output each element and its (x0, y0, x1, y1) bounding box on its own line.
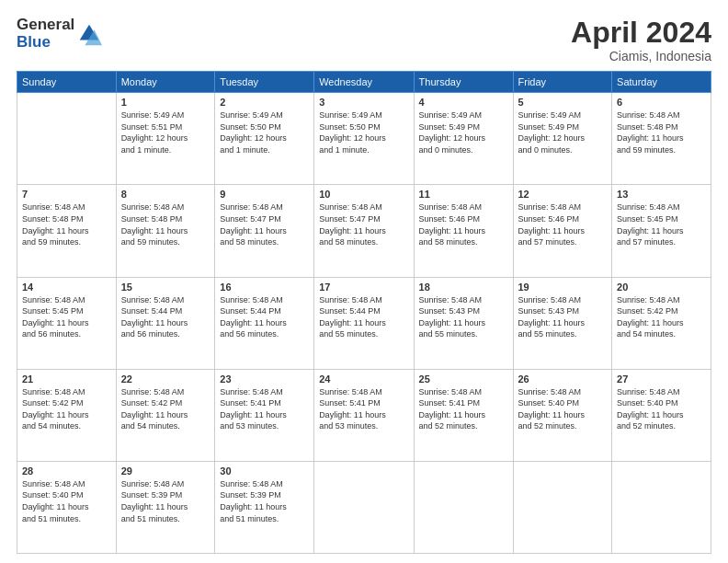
table-row (612, 461, 711, 553)
day-number: 29 (121, 465, 210, 477)
table-row (314, 461, 414, 553)
day-info: Sunrise: 5:48 AMSunset: 5:46 PMDaylight:… (419, 201, 508, 247)
day-number: 15 (121, 282, 210, 293)
day-info: Sunrise: 5:48 AMSunset: 5:41 PMDaylight:… (319, 386, 408, 432)
table-row: 30Sunrise: 5:48 AMSunset: 5:39 PMDayligh… (215, 461, 314, 553)
day-number: 11 (419, 189, 508, 200)
day-info: Sunrise: 5:48 AMSunset: 5:39 PMDaylight:… (220, 478, 309, 524)
table-row: 13Sunrise: 5:48 AMSunset: 5:45 PMDayligh… (612, 185, 711, 277)
day-info: Sunrise: 5:48 AMSunset: 5:47 PMDaylight:… (319, 201, 408, 247)
table-row: 16Sunrise: 5:48 AMSunset: 5:44 PMDayligh… (215, 277, 314, 369)
calendar-table: Sunday Monday Tuesday Wednesday Thursday… (17, 71, 711, 554)
col-saturday: Saturday (612, 72, 711, 93)
table-row: 5Sunrise: 5:49 AMSunset: 5:49 PMDaylight… (513, 93, 612, 185)
table-row: 20Sunrise: 5:48 AMSunset: 5:42 PMDayligh… (612, 277, 711, 369)
day-info: Sunrise: 5:48 AMSunset: 5:44 PMDaylight:… (319, 294, 408, 340)
day-number: 7 (22, 189, 111, 200)
logo-general: General (17, 17, 74, 34)
title-section: April 2024 Ciamis, Indonesia (571, 17, 711, 63)
day-info: Sunrise: 5:48 AMSunset: 5:41 PMDaylight:… (220, 386, 309, 432)
table-row: 18Sunrise: 5:48 AMSunset: 5:43 PMDayligh… (414, 277, 513, 369)
day-number: 28 (22, 465, 111, 477)
day-number: 23 (220, 373, 309, 385)
table-row (414, 461, 513, 553)
day-number: 18 (419, 282, 508, 293)
table-row: 1Sunrise: 5:49 AMSunset: 5:51 PMDaylight… (116, 93, 215, 185)
day-info: Sunrise: 5:48 AMSunset: 5:42 PMDaylight:… (22, 386, 111, 432)
day-number: 14 (22, 282, 111, 293)
col-tuesday: Tuesday (215, 72, 314, 93)
day-info: Sunrise: 5:48 AMSunset: 5:48 PMDaylight:… (121, 201, 210, 247)
table-row: 21Sunrise: 5:48 AMSunset: 5:42 PMDayligh… (17, 369, 117, 461)
day-info: Sunrise: 5:48 AMSunset: 5:40 PMDaylight:… (22, 478, 111, 524)
day-number: 27 (617, 373, 706, 385)
day-info: Sunrise: 5:48 AMSunset: 5:42 PMDaylight:… (121, 386, 210, 432)
day-info: Sunrise: 5:48 AMSunset: 5:41 PMDaylight:… (419, 386, 508, 432)
day-number: 12 (518, 189, 608, 200)
table-row: 27Sunrise: 5:48 AMSunset: 5:40 PMDayligh… (612, 369, 711, 461)
day-info: Sunrise: 5:48 AMSunset: 5:46 PMDaylight:… (518, 201, 608, 247)
day-number: 24 (319, 373, 408, 385)
day-info: Sunrise: 5:49 AMSunset: 5:50 PMDaylight:… (220, 109, 309, 155)
table-row: 10Sunrise: 5:48 AMSunset: 5:47 PMDayligh… (314, 185, 414, 277)
day-number: 19 (518, 282, 608, 293)
table-row: 19Sunrise: 5:48 AMSunset: 5:43 PMDayligh… (513, 277, 612, 369)
day-info: Sunrise: 5:48 AMSunset: 5:40 PMDaylight:… (518, 386, 608, 432)
day-number: 25 (419, 373, 508, 385)
day-number: 8 (121, 189, 210, 200)
day-info: Sunrise: 5:48 AMSunset: 5:42 PMDaylight:… (617, 294, 706, 340)
table-row: 25Sunrise: 5:48 AMSunset: 5:41 PMDayligh… (414, 369, 513, 461)
page: General Blue April 2024 Ciamis, Indonesi… (0, 0, 728, 563)
header: General Blue April 2024 Ciamis, Indonesi… (17, 17, 711, 63)
table-row: 23Sunrise: 5:48 AMSunset: 5:41 PMDayligh… (215, 369, 314, 461)
day-number: 9 (220, 189, 309, 200)
table-row: 9Sunrise: 5:48 AMSunset: 5:47 PMDaylight… (215, 185, 314, 277)
day-info: Sunrise: 5:48 AMSunset: 5:43 PMDaylight:… (518, 294, 608, 340)
col-monday: Monday (116, 72, 215, 93)
table-row: 28Sunrise: 5:48 AMSunset: 5:40 PMDayligh… (17, 461, 117, 553)
col-wednesday: Wednesday (314, 72, 414, 93)
day-number: 16 (220, 282, 309, 293)
day-number: 13 (617, 189, 706, 200)
day-number: 26 (518, 373, 608, 385)
day-info: Sunrise: 5:48 AMSunset: 5:48 PMDaylight:… (617, 109, 706, 155)
day-number: 21 (22, 373, 111, 385)
table-row: 14Sunrise: 5:48 AMSunset: 5:45 PMDayligh… (17, 277, 117, 369)
day-number: 4 (419, 97, 508, 108)
day-info: Sunrise: 5:49 AMSunset: 5:51 PMDaylight:… (121, 109, 210, 155)
day-info: Sunrise: 5:48 AMSunset: 5:44 PMDaylight:… (121, 294, 210, 340)
table-row: 4Sunrise: 5:49 AMSunset: 5:49 PMDaylight… (414, 93, 513, 185)
day-number: 10 (319, 189, 408, 200)
day-number: 3 (319, 97, 408, 108)
logo-text: General Blue (17, 17, 74, 51)
day-number: 5 (518, 97, 608, 108)
day-info: Sunrise: 5:48 AMSunset: 5:47 PMDaylight:… (220, 201, 309, 247)
day-number: 2 (220, 97, 309, 108)
table-row: 24Sunrise: 5:48 AMSunset: 5:41 PMDayligh… (314, 369, 414, 461)
day-info: Sunrise: 5:48 AMSunset: 5:45 PMDaylight:… (617, 201, 706, 247)
table-row: 26Sunrise: 5:48 AMSunset: 5:40 PMDayligh… (513, 369, 612, 461)
day-info: Sunrise: 5:49 AMSunset: 5:50 PMDaylight:… (319, 109, 408, 155)
day-number: 22 (121, 373, 210, 385)
table-row: 7Sunrise: 5:48 AMSunset: 5:48 PMDaylight… (17, 185, 117, 277)
day-number: 30 (220, 465, 309, 477)
day-number: 17 (319, 282, 408, 293)
table-row: 15Sunrise: 5:48 AMSunset: 5:44 PMDayligh… (116, 277, 215, 369)
table-row: 22Sunrise: 5:48 AMSunset: 5:42 PMDayligh… (116, 369, 215, 461)
day-info: Sunrise: 5:48 AMSunset: 5:40 PMDaylight:… (617, 386, 706, 432)
day-info: Sunrise: 5:49 AMSunset: 5:49 PMDaylight:… (419, 109, 508, 155)
day-info: Sunrise: 5:49 AMSunset: 5:49 PMDaylight:… (518, 109, 608, 155)
header-row: Sunday Monday Tuesday Wednesday Thursday… (17, 72, 711, 93)
day-info: Sunrise: 5:48 AMSunset: 5:45 PMDaylight:… (22, 294, 111, 340)
table-row: 6Sunrise: 5:48 AMSunset: 5:48 PMDaylight… (612, 93, 711, 185)
month-title: April 2024 (571, 17, 711, 49)
day-number: 1 (121, 97, 210, 108)
table-row: 29Sunrise: 5:48 AMSunset: 5:39 PMDayligh… (116, 461, 215, 553)
logo-icon (76, 21, 102, 47)
table-row: 11Sunrise: 5:48 AMSunset: 5:46 PMDayligh… (414, 185, 513, 277)
table-row: 12Sunrise: 5:48 AMSunset: 5:46 PMDayligh… (513, 185, 612, 277)
day-number: 6 (617, 97, 706, 108)
logo: General Blue (17, 17, 102, 51)
table-row (17, 93, 117, 185)
col-thursday: Thursday (414, 72, 513, 93)
